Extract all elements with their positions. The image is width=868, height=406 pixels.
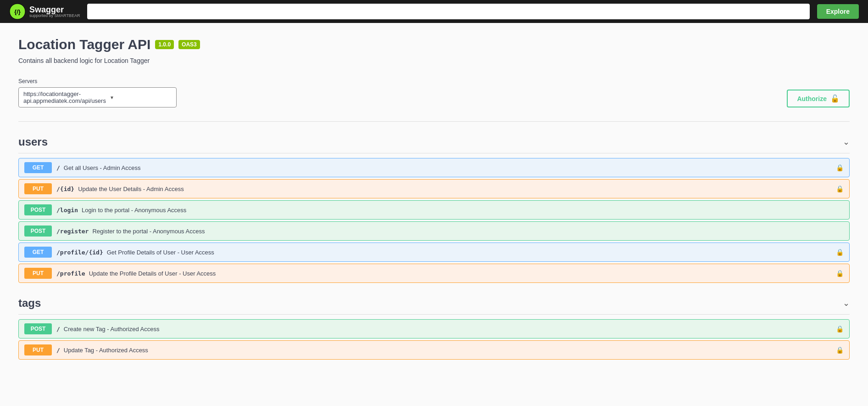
swagger-logo-icon: {/}: [9, 3, 26, 20]
endpoint-path: /register: [56, 228, 89, 235]
svg-text:{/}: {/}: [14, 8, 21, 15]
endpoint-desc: Get Profile Details of User - User Acces…: [107, 249, 836, 256]
section-title-users: users: [18, 135, 48, 148]
logo-text: Swagger: [29, 6, 80, 14]
page-content: Location Tagger API 1.0.0 OAS3 Contains …: [0, 23, 868, 387]
endpoint-path: /login: [56, 207, 78, 214]
section-chevron-icon: ⌄: [843, 137, 850, 147]
endpoint-row-put--[interactable]: PUT / Update Tag - Authorized Access 🔒: [18, 340, 850, 360]
explore-button[interactable]: Explore: [817, 4, 859, 19]
method-badge-post: POST: [24, 204, 52, 215]
endpoint-desc: Create new Tag - Authorized Access: [64, 326, 836, 333]
method-badge-get: GET: [24, 247, 52, 258]
authorize-label: Authorize: [797, 95, 827, 102]
top-navigation: {/} Swagger supported by SMARTBEAR Explo…: [0, 0, 868, 23]
sections-container: users ⌄ GET / Get all Users - Admin Acce…: [18, 131, 850, 360]
endpoint-desc: Update Tag - Authorized Access: [64, 347, 836, 354]
section-tags: tags ⌄ POST / Create new Tag - Authorize…: [18, 292, 850, 360]
endpoint-path: /: [56, 347, 60, 354]
logo-subtext: supported by SMARTBEAR: [29, 14, 80, 18]
lock-icon: 🔒: [836, 164, 844, 171]
endpoint-desc: Login to the portal - Anonymous Access: [82, 207, 844, 214]
endpoint-row-put---id-[interactable]: PUT /{id} Update the User Details - Admi…: [18, 179, 850, 198]
section-title-tags: tags: [18, 297, 41, 310]
servers-section: Servers https://locationtagger-api.appme…: [18, 78, 177, 107]
servers-dropdown[interactable]: https://locationtagger-api.appmediatek.c…: [18, 87, 177, 107]
method-badge-get: GET: [24, 162, 52, 173]
search-input[interactable]: [87, 4, 809, 19]
endpoint-row-post--[interactable]: POST / Create new Tag - Authorized Acces…: [18, 319, 850, 338]
endpoint-path: /: [56, 164, 60, 171]
api-description: Contains all backend logic for Location …: [18, 57, 850, 64]
endpoint-row-put--profile[interactable]: PUT /profile Update the Profile Details …: [18, 264, 850, 283]
endpoint-row-post--register[interactable]: POST /register Register to the portal - …: [18, 221, 850, 241]
method-badge-put: PUT: [24, 268, 52, 279]
servers-authorize-row: Servers https://locationtagger-api.appme…: [18, 78, 850, 107]
section-header-users[interactable]: users ⌄: [18, 131, 850, 153]
endpoint-path: /profile: [56, 270, 85, 277]
endpoint-desc: Update the User Details - Admin Access: [78, 186, 836, 192]
section-header-tags[interactable]: tags ⌄: [18, 292, 850, 315]
divider: [18, 121, 850, 122]
section-chevron-icon: ⌄: [843, 298, 850, 308]
endpoint-row-get--[interactable]: GET / Get all Users - Admin Access 🔒: [18, 158, 850, 177]
api-title-row: Location Tagger API 1.0.0 OAS3: [18, 37, 850, 52]
endpoint-row-post--login[interactable]: POST /login Login to the portal - Anonym…: [18, 200, 850, 220]
endpoint-path: /: [56, 326, 60, 333]
section-users: users ⌄ GET / Get all Users - Admin Acce…: [18, 131, 850, 283]
method-badge-put: PUT: [24, 344, 52, 355]
chevron-down-icon: ▼: [110, 95, 172, 100]
servers-current-url: https://locationtagger-api.appmediatek.c…: [23, 90, 106, 104]
lock-icon: 🔒: [836, 248, 844, 256]
lock-icon: 🔒: [836, 270, 844, 277]
method-badge-post: POST: [24, 323, 52, 334]
servers-label: Servers: [18, 78, 177, 85]
endpoint-path: /profile/{id}: [56, 249, 103, 256]
api-version-badge: 1.0.0: [155, 40, 174, 49]
endpoint-desc: Update the Profile Details of User - Use…: [89, 270, 836, 277]
authorize-button[interactable]: Authorize 🔓: [787, 90, 850, 107]
method-badge-post: POST: [24, 226, 52, 237]
api-title: Location Tagger API: [18, 37, 150, 52]
lock-icon: 🔒: [836, 346, 844, 354]
lock-icon: 🔒: [836, 325, 844, 333]
logo: {/} Swagger supported by SMARTBEAR: [9, 3, 80, 20]
lock-icon: 🔓: [830, 94, 840, 103]
endpoint-desc: Get all Users - Admin Access: [64, 164, 836, 171]
endpoint-path: /{id}: [56, 186, 74, 192]
oas-badge: OAS3: [178, 40, 200, 49]
endpoint-desc: Register to the portal - Anonymous Acces…: [92, 228, 844, 235]
endpoint-row-get--profile--id-[interactable]: GET /profile/{id} Get Profile Details of…: [18, 242, 850, 262]
method-badge-put: PUT: [24, 183, 52, 194]
lock-icon: 🔒: [836, 185, 844, 192]
